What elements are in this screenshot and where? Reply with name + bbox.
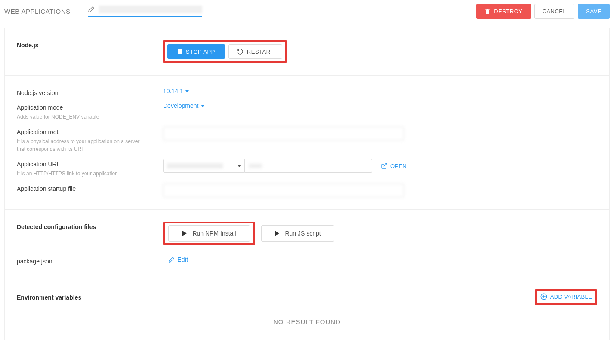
app-mode-help: Adds value for NODE_ENV variable (17, 113, 146, 121)
cancel-button[interactable]: CANCEL (534, 4, 575, 19)
app-root-help: It is a physical address to your applica… (17, 138, 146, 153)
open-url-label: OPEN (390, 163, 407, 169)
env-empty-message: NO RESULT FOUND (17, 305, 597, 327)
main-panel: Node.js STOP APP RESTART Node.js (4, 28, 610, 340)
run-npm-install-button[interactable]: Run NPM Install (168, 225, 250, 242)
run-js-script-button[interactable]: Run JS script (261, 225, 334, 242)
app-url-domain-select[interactable] (163, 159, 245, 173)
highlight-add-variable: ADD VARIABLE (535, 289, 597, 305)
destroy-label: DESTROY (494, 8, 522, 15)
app-url-label: Application URL (17, 161, 163, 168)
app-mode-value: Development (163, 102, 199, 109)
app-url-domain-value (167, 163, 223, 168)
top-actions: DESTROY CANCEL SAVE (476, 4, 610, 19)
app-name-text (99, 6, 202, 13)
detected-files-heading: Detected configuration files (17, 223, 163, 230)
package-json-label: package.json (17, 258, 163, 265)
caret-down-icon (201, 105, 204, 107)
app-root-label: Application root (17, 128, 163, 135)
startup-file-input[interactable] (163, 184, 404, 197)
nodejs-version-label: Node.js version (17, 89, 163, 96)
restart-icon (237, 48, 244, 55)
open-url-link[interactable]: OPEN (381, 162, 407, 169)
add-variable-button[interactable]: ADD VARIABLE (540, 293, 592, 300)
nodejs-version-select[interactable]: 10.14.1 (163, 88, 189, 95)
env-vars-heading: Environment variables (17, 294, 81, 301)
highlight-app-controls: STOP APP RESTART (163, 40, 287, 63)
edit-file-label: Edit (177, 256, 188, 263)
section-env-vars: Environment variables ADD VARIABLE NO RE… (5, 277, 609, 340)
save-label: SAVE (586, 8, 602, 15)
app-mode-label: Application mode (17, 104, 163, 111)
external-link-icon (381, 162, 388, 169)
section-detected-files: Detected configuration files Run NPM Ins… (5, 210, 609, 277)
stop-app-button[interactable]: STOP APP (167, 44, 225, 59)
play-icon (275, 230, 280, 236)
app-name-tab[interactable] (88, 6, 202, 17)
trash-icon (484, 9, 491, 15)
nodejs-version-value: 10.14.1 (163, 88, 183, 95)
runtime-label: Node.js (17, 42, 163, 49)
caret-down-icon (238, 165, 241, 167)
app-url-help: It is an HTTP/HTTPS link to your applica… (17, 170, 146, 177)
add-variable-label: ADD VARIABLE (550, 294, 592, 300)
app-url-path-input[interactable] (245, 159, 372, 173)
restart-button[interactable]: RESTART (228, 44, 282, 59)
edit-file-link[interactable]: Edit (168, 256, 188, 263)
stop-app-label: STOP APP (186, 49, 215, 55)
app-url-path-value (249, 164, 262, 168)
page-title: WEB APPLICATIONS (4, 8, 71, 15)
run-npm-install-label: Run NPM Install (192, 230, 236, 237)
app-root-input[interactable] (163, 127, 404, 141)
section-runtime: Node.js STOP APP RESTART (5, 28, 609, 76)
play-icon (182, 230, 187, 236)
top-bar: WEB APPLICATIONS DESTROY CANCEL SAVE (0, 0, 614, 19)
highlight-npm-install: Run NPM Install (163, 222, 255, 245)
svg-rect-0 (178, 49, 182, 54)
edit-icon (168, 257, 175, 263)
caret-down-icon (185, 90, 189, 92)
section-config: Node.js version 10.14.1 Application mode… (5, 76, 609, 210)
destroy-button[interactable]: DESTROY (476, 4, 531, 19)
cancel-label: CANCEL (543, 8, 567, 15)
save-button[interactable]: SAVE (578, 4, 610, 19)
stop-icon (177, 49, 182, 54)
run-js-script-label: Run JS script (285, 230, 321, 237)
edit-icon (88, 6, 95, 13)
plus-circle-icon (540, 293, 548, 300)
restart-label: RESTART (247, 49, 274, 55)
app-mode-select[interactable]: Development (163, 102, 204, 109)
startup-file-label: Application startup file (17, 185, 163, 192)
